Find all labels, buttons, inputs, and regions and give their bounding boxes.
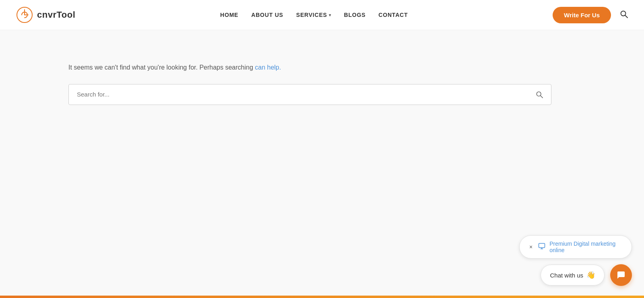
- nav-item-services[interactable]: SERVICES ▾: [296, 12, 331, 18]
- chat-banner-close-button[interactable]: ×: [529, 244, 533, 250]
- svg-line-4: [541, 95, 543, 97]
- chevron-down-icon: ▾: [329, 13, 331, 17]
- search-icon[interactable]: [620, 10, 628, 20]
- nav-actions: Write For Us: [553, 7, 628, 23]
- svg-rect-5: [539, 243, 545, 248]
- nav-services-label: SERVICES: [296, 12, 327, 18]
- search-submit-icon: [536, 91, 543, 98]
- chat-row: Chat with us 👋: [541, 264, 632, 286]
- chat-banner-text: Premium Digital marketing online: [549, 240, 622, 253]
- nav-link-blogs[interactable]: BLOGS: [344, 12, 366, 18]
- nav-links: HOME ABOUT US SERVICES ▾ BLOGS CONTACT: [220, 11, 408, 18]
- bottom-accent-bar: [0, 296, 644, 298]
- chat-widget: × Premium Digital marketing online Chat …: [519, 235, 632, 286]
- navbar: cnvrTool HOME ABOUT US SERVICES ▾ BLOGS …: [0, 0, 644, 30]
- nav-item-home[interactable]: HOME: [220, 11, 238, 18]
- logo-icon: [16, 6, 33, 23]
- nav-item-about[interactable]: ABOUT US: [251, 11, 283, 18]
- logo-text: cnvrTool: [37, 10, 75, 20]
- chat-icon: [616, 270, 626, 280]
- chat-banner: × Premium Digital marketing online: [519, 235, 632, 259]
- chat-open-button[interactable]: [610, 264, 632, 286]
- search-container: [68, 84, 551, 105]
- not-found-can-help: can help.: [255, 64, 281, 71]
- logo-link[interactable]: cnvrTool: [16, 6, 75, 23]
- nav-item-contact[interactable]: CONTACT: [378, 11, 408, 18]
- chat-banner-monitor-icon: [538, 243, 545, 251]
- not-found-text-start: It seems we can't find what you're looki…: [68, 64, 255, 71]
- search-input[interactable]: [69, 84, 528, 104]
- search-button[interactable]: [528, 84, 551, 105]
- wave-emoji: 👋: [586, 271, 595, 280]
- not-found-message: It seems we can't find what you're looki…: [68, 62, 576, 73]
- main-content: It seems we can't find what you're looki…: [0, 30, 644, 121]
- svg-line-2: [625, 15, 627, 18]
- nav-item-blogs[interactable]: BLOGS: [344, 11, 366, 18]
- nav-link-home[interactable]: HOME: [220, 12, 238, 18]
- nav-link-about[interactable]: ABOUT US: [251, 12, 283, 18]
- nav-link-contact[interactable]: CONTACT: [378, 12, 408, 18]
- chat-label-text: Chat with us: [550, 272, 583, 279]
- nav-services-dropdown[interactable]: SERVICES ▾: [296, 12, 331, 18]
- chat-label-bubble: Chat with us 👋: [541, 265, 605, 286]
- write-for-us-button[interactable]: Write For Us: [553, 7, 611, 23]
